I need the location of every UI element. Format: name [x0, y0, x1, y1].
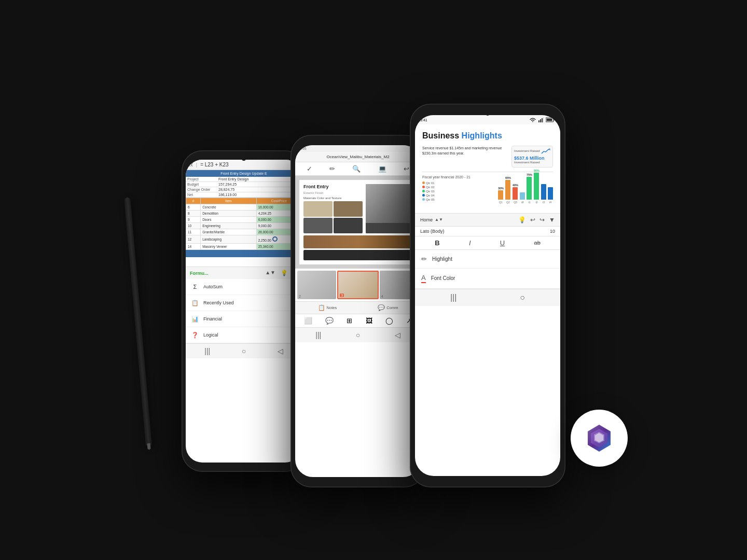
thumb-2[interactable]: 3 — [337, 271, 378, 299]
table-row: 6Concrete16,000.00 — [186, 204, 302, 211]
redo-icon[interactable]: ↪ — [540, 216, 545, 223]
phone2-screen: 1:46 ● ● OceanView_Malibu_Materials_M2 ✓… — [295, 145, 421, 477]
blank-rows — [186, 257, 302, 267]
slide-title: Front Entry — [303, 184, 363, 189]
svg-rect-1 — [540, 119, 541, 122]
menu-item-logical[interactable]: ❓ Logical — [186, 327, 302, 343]
thumb-num-2: 3 — [340, 293, 344, 297]
menu-item-financial[interactable]: 📊 Financial — [186, 311, 302, 327]
logical-icon: ❓ — [191, 331, 199, 339]
svg-rect-6 — [547, 119, 552, 121]
service-revenue-text: Service revenue $1.145m and marketing re… — [422, 146, 506, 167]
building-image — [366, 184, 412, 233]
spreadsheet-table: # Item Cost/Price 6Concrete16,000.00 8De… — [186, 198, 302, 250]
p3-main-slide: Business Highlights Service revenue $1.1… — [415, 124, 560, 214]
p2-nav-recent[interactable]: ||| — [315, 331, 321, 339]
svg-rect-5 — [554, 119, 555, 121]
menu-item-recently-used[interactable]: 📋 Recently Used — [186, 295, 302, 311]
menu-item-autosum[interactable]: Σ AutoSum — [186, 279, 302, 295]
info-row-net: Net 186,119.00 — [186, 192, 302, 198]
svg-rect-0 — [538, 120, 540, 122]
table-row: 11Granite/Marble26,000.00 — [186, 229, 302, 235]
p3-toolbar: Home ▲▼ 💡 ↩ ↪ ▼ — [415, 214, 560, 227]
p2-time: 1:46 — [299, 147, 307, 150]
ms365-logo-svg — [584, 423, 615, 454]
main-scene: fx | = L23 + K23 Front Entry Design Upda… — [88, 73, 659, 487]
table-row: 9Doors6,000.00 — [186, 217, 302, 223]
more-icon[interactable]: ▼ — [549, 216, 555, 223]
wood-swatch — [303, 235, 412, 248]
phone-document: 1:46 ● ● OceanView_Malibu_Materials_M2 ✓… — [290, 135, 425, 487]
bold-button[interactable]: B — [435, 239, 439, 247]
phone3-screen: 9:41 — [415, 115, 560, 476]
nav-back[interactable]: ◁ — [278, 347, 283, 355]
highlight-option[interactable]: ✏ Highlight — [415, 250, 560, 269]
p2-thumbnails: 2 3 4 — [295, 269, 421, 301]
camera-dot-3 — [485, 110, 490, 116]
checkmark-icon[interactable]: ✓ — [307, 165, 312, 173]
menu-item-autosum-label: AutoSum — [203, 284, 223, 289]
spreadsheet-header: Front Entry Design Update E — [186, 170, 302, 177]
trend-icon — [541, 148, 550, 155]
p3-nav-home[interactable]: ○ — [520, 293, 525, 302]
tab-comments[interactable]: 💬 Comm — [378, 304, 398, 311]
p1-menu: Σ AutoSum 📋 Recently Used 📊 Financial ❓ … — [186, 279, 302, 343]
home-chevron-icon[interactable]: ▲▼ — [435, 217, 443, 222]
font-color-icon: A — [421, 274, 426, 283]
table-row: 10Engineering9,000.00 — [186, 223, 302, 229]
info-row-project: Project Front Entry Design — [186, 177, 302, 182]
recently-used-icon: 📋 — [191, 299, 199, 307]
nav-recent-apps[interactable]: ||| — [204, 347, 210, 355]
investment-value: $537.6 Million — [514, 156, 550, 161]
underline-button[interactable]: U — [500, 239, 505, 247]
italic-button[interactable]: I — [469, 239, 471, 247]
bar-chart: 30% Q1 65% Q2 — [476, 175, 553, 204]
tab-notes[interactable]: 📋 Notes — [318, 304, 337, 311]
thumb-1[interactable]: 2 — [297, 271, 336, 299]
bar-t2: 90% t2 — [534, 169, 540, 204]
image-icon[interactable]: 🖼 — [366, 317, 372, 325]
toolbar-bulb-icon[interactable]: 💡 — [281, 270, 288, 276]
phone-presentation: 9:41 — [410, 104, 565, 487]
p2-slide-area: Front Entry Exterior Finish Materials Co… — [295, 176, 421, 269]
ideas-icon[interactable]: 💡 — [518, 216, 526, 223]
toolbar-chevron-icon[interactable]: ▲▼ — [265, 270, 275, 276]
thumb-num-1: 2 — [299, 295, 301, 298]
pen-icon[interactable]: ✏ — [329, 165, 335, 173]
table-row: 8Demolition4,204.25 — [186, 211, 302, 217]
highlight-label: Highlight — [432, 256, 452, 262]
table-icon[interactable]: ⊞ — [347, 317, 352, 325]
font-color-option[interactable]: A Font Color — [415, 269, 560, 289]
bar-df: df — [520, 192, 525, 204]
p2-current-slide: Front Entry Exterior Finish Materials Co… — [299, 180, 417, 264]
fx-label: fx — [189, 162, 193, 167]
investment-sublabel: Investment Raised — [514, 161, 550, 165]
financial-icon: 📊 — [191, 315, 199, 323]
content-row-1: Service revenue $1.145m and marketing re… — [422, 146, 553, 167]
bar-t4: t4 — [548, 187, 553, 204]
undo-icon[interactable]: ↩ — [530, 216, 535, 223]
present-icon[interactable]: 💻 — [378, 165, 386, 173]
nav-home[interactable]: ○ — [242, 347, 246, 355]
undo-icon[interactable]: ↩ — [404, 165, 409, 173]
search-icon[interactable]: 🔍 — [352, 165, 361, 173]
slide-icon[interactable]: ⬜ — [304, 317, 312, 325]
swatch-2 — [334, 201, 363, 217]
p2-nav-home[interactable]: ○ — [356, 331, 360, 339]
info-row-change: Change Order 28,824.75 — [186, 187, 302, 192]
strikethrough-button[interactable]: ab — [534, 240, 541, 246]
notes-icon: 📋 — [318, 304, 325, 311]
p3-nav-recent[interactable]: ||| — [450, 293, 457, 302]
comment-icon[interactable]: 💬 — [325, 317, 334, 325]
materials-grid — [303, 201, 363, 233]
shape-icon[interactable]: ◯ — [385, 317, 393, 325]
bar-q3: 40% Q3 — [513, 184, 518, 204]
p2-filename: OceanView_Malibu_Materials_M2 — [295, 152, 421, 162]
p2-nav-back[interactable]: ◁ — [395, 331, 400, 339]
svg-rect-3 — [543, 117, 544, 122]
formula-text: = L23 + K23 — [200, 162, 229, 167]
swatch-3 — [303, 218, 333, 233]
bar-q1: 30% Q1 — [498, 187, 504, 204]
p3-options-menu: ✏ Highlight A Font Color — [415, 250, 560, 289]
fiscal-section: Fiscal year financial 2020 - 21 Qtr 01 Q… — [422, 175, 471, 204]
